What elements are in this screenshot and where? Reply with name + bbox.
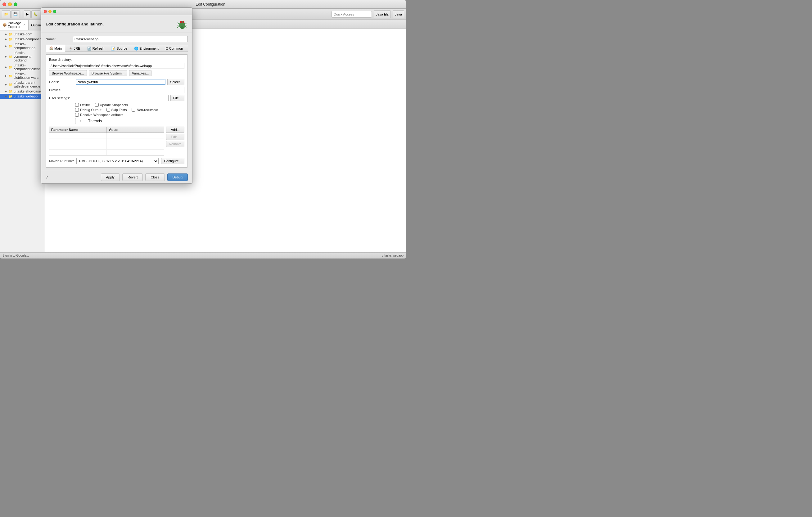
dialog-overlay: Edit configuration and launch. Name: (0, 0, 406, 258)
update-snapshots-checkbox[interactable] (95, 103, 99, 107)
goals-row: Goals: Select . (49, 79, 184, 85)
source-tab-icon: 📝 (111, 47, 115, 51)
params-row-empty-2 (49, 139, 164, 144)
main-tab-label: Main (54, 47, 62, 50)
tab-content-main: Base directory: Browse Workspace... Brow… (46, 54, 188, 168)
config-tabs: 🏠 Main ☕ JRE 🔄 Refresh 📝 Source 🌐 (46, 45, 188, 52)
file-btn[interactable]: File... (170, 95, 184, 101)
params-row-empty-4 (49, 150, 164, 155)
checkbox-row-3: Resolve Workspace artifacts (75, 113, 184, 117)
profiles-row: Profiles: (49, 87, 184, 93)
maven-runtime-label: Maven Runtime: (49, 159, 74, 163)
debug-output-label: Debug Output (80, 108, 102, 112)
tab-environment[interactable]: 🌐 Environment (131, 45, 162, 52)
svg-line-4 (177, 23, 179, 24)
environment-tab-label: Environment (139, 47, 158, 50)
jre-tab-label: JRE (74, 47, 80, 50)
dialog-close-button[interactable] (44, 10, 47, 13)
params-row-empty-1 (49, 133, 164, 139)
dialog-title-bar (41, 8, 192, 15)
debug-output-checkbox[interactable] (75, 108, 79, 112)
params-row-empty-3 (49, 144, 164, 150)
select-btn[interactable]: Select . (167, 79, 184, 85)
params-cell-value-1 (107, 133, 164, 138)
checkbox-row-1: Offline Update Snapshots (75, 103, 184, 107)
checkbox-non-recursive: Non-recursive (132, 108, 158, 112)
threads-input[interactable] (75, 118, 86, 124)
source-tab-label: Source (116, 47, 127, 50)
common-tab-icon: ⊡ (166, 47, 168, 51)
params-cell-value-3 (107, 144, 164, 149)
help-icon[interactable]: ? (46, 175, 48, 180)
offline-checkbox[interactable] (75, 103, 79, 107)
dialog-header: Edit configuration and launch. (41, 15, 192, 33)
base-dir-input[interactable] (49, 63, 184, 69)
non-recursive-checkbox[interactable] (132, 108, 135, 112)
checkbox-debug-output: Debug Output (75, 108, 102, 112)
revert-btn[interactable]: Revert (122, 174, 143, 181)
non-recursive-label: Non-recursive (137, 108, 158, 112)
params-body (49, 133, 164, 155)
dialog-footer: ? Apply Revert Close Debug (41, 171, 192, 183)
configure-btn[interactable]: Configure... (161, 158, 184, 164)
profiles-input[interactable] (76, 87, 184, 93)
params-table: Parameter Name Value (49, 127, 164, 155)
tab-jre[interactable]: ☕ JRE (65, 45, 84, 52)
jre-tab-icon: ☕ (68, 47, 73, 51)
params-cell-value-4 (107, 150, 164, 155)
user-settings-label: User settings: (49, 96, 74, 100)
threads-row: Threads (75, 118, 184, 124)
add-param-btn[interactable]: Add... (166, 127, 184, 133)
dialog-maximize-button[interactable] (53, 10, 56, 13)
dialog-minimize-button[interactable] (49, 10, 52, 13)
skip-tests-label: Skip Tests (111, 108, 127, 112)
param-name-col-header: Parameter Name (49, 127, 107, 132)
tab-source[interactable]: 📝 Source (108, 45, 131, 52)
apply-btn[interactable]: Apply (101, 174, 120, 181)
params-cell-name-4 (49, 150, 107, 155)
checkbox-row-2: Debug Output Skip Tests Non-recursive (75, 108, 184, 112)
close-dialog-btn[interactable]: Close (145, 174, 165, 181)
resolve-workspace-checkbox[interactable] (75, 113, 79, 117)
name-label: Name: (46, 37, 70, 41)
browse-workspace-btn[interactable]: Browse Workspace... (49, 70, 87, 77)
browse-filesystem-btn[interactable]: Browse File System... (89, 70, 127, 77)
debug-btn[interactable]: Debug (167, 174, 188, 181)
update-snapshots-label: Update Snapshots (100, 103, 128, 107)
params-actions: Add... Edit... Remove (166, 127, 184, 155)
maven-runtime-select[interactable]: EMBEDDED (3.2.1/1.5.2.20150413-2214) (76, 158, 158, 164)
goals-label: Goals: (49, 80, 74, 84)
user-settings-row: User settings: File... (49, 95, 184, 101)
svg-point-2 (180, 21, 182, 23)
svg-line-9 (185, 26, 187, 28)
tab-common[interactable]: ⊡ Common (162, 45, 186, 52)
tab-refresh[interactable]: 🔄 Refresh (84, 45, 108, 52)
browse-row: Browse Workspace... Browse File System..… (49, 70, 184, 77)
params-table-container: Parameter Name Value (49, 127, 184, 155)
name-row: Name: (46, 36, 188, 42)
maven-runtime-row: Maven Runtime: EMBEDDED (3.2.1/1.5.2.201… (49, 158, 184, 164)
checkbox-offline: Offline (75, 103, 90, 107)
params-cell-name-2 (49, 139, 107, 144)
common-tab-label: Common (169, 47, 183, 50)
name-input[interactable] (73, 36, 188, 42)
resolve-workspace-label: Resolve Workspace artifacts (80, 113, 123, 117)
user-settings-input[interactable] (76, 95, 169, 101)
tab-main[interactable]: 🏠 Main (46, 45, 65, 52)
params-cell-name-1 (49, 133, 107, 138)
offline-label: Offline (80, 103, 90, 107)
dialog-controls (44, 10, 56, 13)
skip-tests-checkbox[interactable] (107, 108, 110, 112)
main-tab-icon: 🏠 (49, 46, 53, 50)
threads-label: Threads (88, 119, 102, 123)
edit-param-btn[interactable]: Edit... (166, 134, 184, 140)
remove-param-btn[interactable]: Remove (166, 141, 184, 147)
svg-line-7 (185, 23, 187, 24)
environment-tab-icon: 🌐 (134, 47, 139, 51)
refresh-tab-label: Refresh (92, 47, 105, 50)
params-cell-value-2 (107, 139, 164, 144)
dialog-subtitle: Edit configuration and launch. (46, 22, 104, 26)
variables-btn[interactable]: Variables... (129, 70, 151, 77)
params-cell-name-3 (49, 144, 107, 149)
goals-input[interactable] (76, 79, 166, 85)
